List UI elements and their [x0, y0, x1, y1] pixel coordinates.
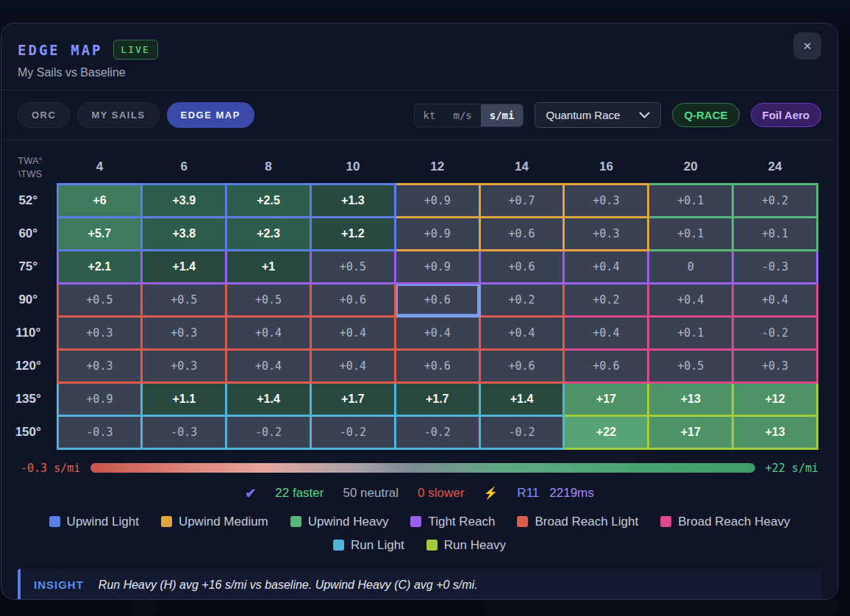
- heatmap-cell[interactable]: +0.4: [395, 316, 479, 349]
- heatmap-cell[interactable]: +17: [649, 415, 733, 448]
- heatmap-cell[interactable]: +13: [649, 382, 733, 415]
- column-header-tws-20: 20: [649, 151, 733, 184]
- heatmap-cell[interactable]: +0.4: [226, 316, 311, 349]
- sail-select[interactable]: Quantum Race: [535, 102, 661, 128]
- heatmap-cell[interactable]: +1.2: [310, 217, 395, 250]
- heatmap-cell[interactable]: +0.3: [733, 349, 818, 382]
- heatmap-cell[interactable]: +0.9: [395, 250, 479, 283]
- heatmap-cell[interactable]: +12: [733, 382, 818, 415]
- heatmap-cell[interactable]: +0.3: [142, 349, 226, 382]
- heatmap-cell[interactable]: 0: [649, 250, 733, 283]
- heatmap-cell[interactable]: +2.5: [226, 184, 311, 217]
- heatmap-cell[interactable]: +0.6: [479, 217, 564, 250]
- heatmap-cell[interactable]: +0.3: [564, 217, 649, 250]
- heatmap-cell[interactable]: +0.5: [649, 349, 733, 382]
- heatmap-cell[interactable]: +1.4: [479, 382, 564, 415]
- close-button[interactable]: ✕: [793, 32, 821, 60]
- column-header-tws-4: 4: [57, 151, 142, 184]
- legend-item-upwind-light: Upwind Light: [49, 515, 139, 529]
- legend-item-upwind-medium: Upwind Medium: [161, 515, 268, 529]
- background-chip: [485, 600, 838, 616]
- legend-label: Upwind Heavy: [308, 515, 389, 529]
- heatmap-cell[interactable]: +0.4: [649, 283, 733, 316]
- heatmap-cell[interactable]: -0.3: [142, 415, 226, 448]
- heatmap-cell[interactable]: +0.1: [649, 217, 733, 250]
- heatmap-cell[interactable]: +0.2: [564, 283, 649, 316]
- heatmap-cell[interactable]: -0.3: [57, 415, 142, 448]
- heatmap-cell[interactable]: +0.9: [395, 217, 479, 250]
- unit-s-mi[interactable]: s/mi: [481, 104, 524, 126]
- tab-orc[interactable]: ORC: [18, 102, 70, 128]
- heatmap-cell[interactable]: +0.4: [733, 283, 818, 316]
- color-scale: -0.3 s/mi +22 s/mi: [1, 450, 838, 475]
- heatmap-cell[interactable]: +0.3: [57, 349, 142, 382]
- heatmap-cell[interactable]: +0.5: [226, 283, 311, 316]
- heatmap-cell[interactable]: +0.5: [142, 283, 226, 316]
- heatmap-cell[interactable]: +1: [226, 250, 311, 283]
- heatmap-cell[interactable]: +17: [564, 382, 649, 415]
- heatmap-cell[interactable]: +0.4: [226, 349, 311, 382]
- tab-my-sails[interactable]: MY SAILS: [77, 102, 159, 128]
- heatmap-cell[interactable]: -0.3: [733, 250, 818, 283]
- tab-edge-map[interactable]: EDGE MAP: [167, 102, 254, 128]
- heatmap-cell[interactable]: +1.7: [310, 382, 395, 415]
- insight-bar: INSIGHT Run Heavy (H) avg +16 s/mi vs ba…: [18, 569, 821, 601]
- heatmap-cell[interactable]: +2.1: [57, 250, 142, 283]
- heatmap-cell[interactable]: +6: [57, 184, 142, 217]
- heatmap-cell[interactable]: +0.6: [310, 283, 395, 316]
- row-header-twa-75: 75°: [9, 250, 57, 283]
- heatmap-cell[interactable]: +1.3: [310, 184, 395, 217]
- heatmap-cell[interactable]: +13: [733, 415, 818, 448]
- heatmap-cell[interactable]: +1.1: [142, 382, 226, 415]
- heatmap-cell-selected[interactable]: +0.6: [395, 283, 479, 316]
- heatmap-cell[interactable]: +1.7: [395, 382, 479, 415]
- heatmap-cell[interactable]: +0.2: [479, 283, 564, 316]
- heatmap-cell[interactable]: +0.1: [649, 316, 733, 349]
- heatmap-cell[interactable]: +22: [564, 415, 649, 448]
- heatmap-cell[interactable]: +3.8: [142, 217, 226, 250]
- heatmap-cell[interactable]: +0.6: [479, 250, 564, 283]
- column-header-tws-8: 8: [226, 151, 311, 184]
- heatmap-cell[interactable]: +0.3: [142, 316, 226, 349]
- heatmap-cell[interactable]: -0.2: [226, 415, 311, 448]
- heatmap-cell[interactable]: +0.6: [564, 349, 649, 382]
- heatmap-cell[interactable]: +0.1: [733, 217, 818, 250]
- heatmap-cell[interactable]: +0.9: [57, 382, 142, 415]
- heatmap-cell[interactable]: +0.5: [310, 250, 395, 283]
- page-title: EDGE MAP: [18, 42, 103, 58]
- heatmap-cell[interactable]: +0.9: [395, 184, 479, 217]
- heatmap-cell[interactable]: +0.4: [310, 349, 395, 382]
- heatmap-cell[interactable]: +0.1: [649, 184, 733, 217]
- heatmap-cell[interactable]: -0.2: [479, 415, 564, 448]
- legend-label: Upwind Medium: [179, 515, 268, 529]
- heatmap-cell[interactable]: +1.4: [142, 250, 226, 283]
- foil-aero-badge[interactable]: Foil Aero: [751, 103, 821, 127]
- heatmap-cell[interactable]: +0.5: [57, 283, 142, 316]
- heatmap-cell[interactable]: +3.9: [142, 184, 226, 217]
- unit-kt[interactable]: kt: [415, 104, 445, 126]
- legend-swatch-icon: [161, 516, 172, 527]
- heatmap-cell[interactable]: +2.3: [226, 217, 311, 250]
- q-race-badge[interactable]: Q-RACE: [672, 103, 739, 127]
- sail-select-value: Quantum Race: [546, 109, 620, 121]
- heatmap-cell[interactable]: +0.6: [479, 349, 564, 382]
- heatmap-cell[interactable]: +0.3: [57, 316, 142, 349]
- heatmap-cell[interactable]: +1.4: [226, 382, 311, 415]
- heatmap-cell[interactable]: -0.2: [733, 316, 818, 349]
- row-header-twa-150: 150°: [9, 415, 57, 448]
- background-chip: [131, 600, 156, 616]
- heatmap-cell[interactable]: -0.2: [395, 415, 479, 448]
- unit-m-s[interactable]: m/s: [444, 104, 480, 126]
- heatmap-cell[interactable]: +0.4: [479, 316, 564, 349]
- heatmap-cell[interactable]: +0.3: [564, 184, 649, 217]
- legend-label: Run Light: [351, 538, 404, 553]
- heatmap-cell[interactable]: +0.6: [395, 349, 479, 382]
- heatmap-cell[interactable]: +0.2: [733, 184, 818, 217]
- heatmap-cell[interactable]: -0.2: [310, 415, 395, 448]
- heatmap-cell[interactable]: +0.7: [479, 184, 564, 217]
- heatmap-cell[interactable]: +0.4: [564, 316, 649, 349]
- heatmap-cell[interactable]: +0.4: [564, 250, 649, 283]
- axis-corner-label: TWA°\TWS: [9, 151, 57, 184]
- heatmap-cell[interactable]: +0.4: [310, 316, 395, 349]
- heatmap-cell[interactable]: +5.7: [57, 217, 142, 250]
